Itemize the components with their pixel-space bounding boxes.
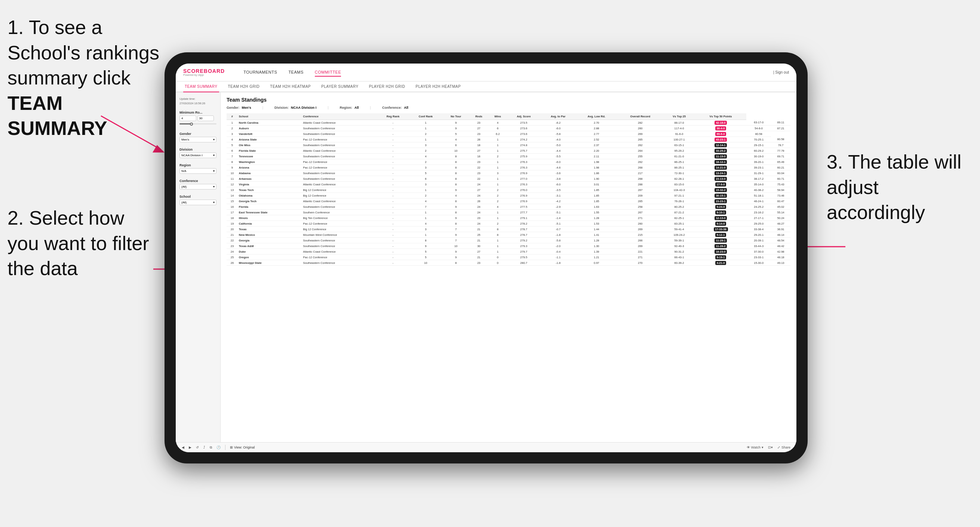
col-conference: Conference <box>302 113 377 120</box>
col-vs25: Vs Top 25 <box>663 113 695 120</box>
table-row: 25OregonPac-12 Conference-59210279.5-1.1… <box>227 254 791 260</box>
content-title: Team Standings <box>227 97 791 103</box>
col-adj-score: Adj. Score <box>507 113 541 120</box>
division-section: Division NCAA Division I ▾ <box>180 148 216 158</box>
sign-out-link[interactable]: | Sign out <box>773 70 789 75</box>
update-time-section: Update time: 27/03/2024 16:56:26 <box>180 97 216 105</box>
conference-select[interactable]: (All) ▾ <box>180 184 216 189</box>
toolbar-share-icon[interactable]: ⤴ <box>204 446 205 449</box>
table-row: 14OklahomaBig 12 Conference-24242276.9-3… <box>227 193 791 198</box>
main-content: Update time: 27/03/2024 16:56:26 Minimum… <box>176 92 796 442</box>
col-overall: Overall Record <box>617 113 663 120</box>
watch-button[interactable]: 👁 Watch ▾ <box>747 446 764 449</box>
nav-committee[interactable]: COMMITTEE <box>315 68 341 77</box>
share-button[interactable]: ⤢ Share <box>777 446 791 449</box>
table-row: 10AlabamaSoutheastern Conference-5823327… <box>227 170 791 176</box>
app-header: SCOREBOARD Powered by clippi TOURNAMENTS… <box>176 63 796 81</box>
update-time-label: Update time: 27/03/2024 16:56:26 <box>180 97 205 105</box>
school-select[interactable]: (All) ▾ <box>180 200 216 205</box>
tab-player-h2h-heatmap[interactable]: PLAYER H2H HEATMAP <box>414 81 463 92</box>
tab-player-summary[interactable]: PLAYER SUMMARY <box>320 81 360 92</box>
nav-teams[interactable]: TEAMS <box>288 68 303 77</box>
toolbar-clock[interactable]: 🕐 <box>216 446 221 449</box>
rank-to-input[interactable]: 30 <box>197 116 214 121</box>
col-reg-rank: Reg Rank <box>377 113 409 120</box>
table-row: 15Georgia TechAtlantic Coast Conference-… <box>227 198 791 204</box>
toolbar-clip[interactable]: ⊡▾ <box>768 446 773 449</box>
tablet-screen: SCOREBOARD Powered by clippi TOURNAMENTS… <box>176 63 796 452</box>
gender-section: Gender Men's ▾ <box>180 132 216 143</box>
col-no-tour: No Tour <box>443 113 469 120</box>
standings-table: # School Conference Reg Rank Conf Rank N… <box>227 113 791 266</box>
col-avg-par: Avg. to Par <box>541 113 576 120</box>
table-row: 11ArkansasSoutheastern Conference-682212… <box>227 176 791 182</box>
region-select[interactable]: N/A ▾ <box>180 168 216 174</box>
col-school: School <box>238 113 302 120</box>
rank-from-input[interactable]: 4 <box>180 116 196 121</box>
instruction-3: 3. The table will adjust accordingly <box>827 149 969 225</box>
conference-section: Conference (All) ▾ <box>180 179 216 189</box>
table-row: 2AuburnSoutheastern Conference-19276273.… <box>227 125 791 131</box>
col-vs50pts: Vs Top 50 Points <box>695 113 746 120</box>
svg-line-0 <box>101 116 161 149</box>
col-rank: # <box>227 113 238 120</box>
toolbar-forward[interactable]: ▶ <box>189 446 191 449</box>
table-row: 9ArizonaPac-12 Conference-38221276.3-4.6… <box>227 165 791 170</box>
tab-team-h2h-heatmap[interactable]: TEAM H2H HEATMAP <box>269 81 312 92</box>
table-row: 21New MexicoMountain West Conference-192… <box>227 232 791 238</box>
table-row: 22GeorgiaSoutheastern Conference-8721127… <box>227 238 791 243</box>
table-row: 24DukeAtlantic Coast Conference-59271279… <box>227 249 791 254</box>
instruction-2: 2. Select how you want to filter the dat… <box>8 206 150 281</box>
col-conf-rank: Conf Rank <box>409 113 442 120</box>
min-rank-section: Minimum Ro... 4 30 <box>180 111 216 127</box>
table-row: 4Arizona StatePac-12 Conference-14261274… <box>227 137 791 143</box>
division-select[interactable]: NCAA Division I ▾ <box>180 152 216 158</box>
logo-subtext: Powered by clippi <box>183 74 225 76</box>
toolbar-back[interactable]: ◀ <box>182 446 185 449</box>
tab-player-h2h-grid[interactable]: PLAYER H2H GRID <box>368 81 407 92</box>
table-row: 12VirginiaAtlantic Coast Conference-3824… <box>227 182 791 187</box>
bottom-toolbar: ◀ ▶ ↺ ⤴ ⧉ 🕐 ⊞ View: Original 👁 Watch ▾ ⊡… <box>176 442 796 452</box>
table-row: 13Texas TechBig 12 Conference-19272276.0… <box>227 187 791 193</box>
table-row: 23Texas A&MSoutheastern Conference-91030… <box>227 243 791 249</box>
table-row: 26Mississippi StateSoutheastern Conferen… <box>227 260 791 266</box>
table-row: 18IllinoisBig Ten Conference-19231279.1-… <box>227 215 791 221</box>
tablet-device: SCOREBOARD Powered by clippi TOURNAMENTS… <box>164 52 808 464</box>
table-row: 17East Tennessee StateSouthern Conferenc… <box>227 210 791 215</box>
toolbar-copy[interactable]: ⧉ <box>210 446 212 450</box>
arrow-1-icon <box>97 112 172 157</box>
logo-text: SCOREBOARD <box>183 68 225 74</box>
table-row: 7TennesseeSoutheastern Conference-481622… <box>227 154 791 159</box>
table-row: 3VanderbiltSoutheastern Conference-25236… <box>227 131 791 137</box>
table-row: 8WashingtonPac-12 Conference-28231276.3-… <box>227 159 791 165</box>
tab-team-summary[interactable]: TEAM SUMMARY <box>183 81 219 92</box>
view-original-btn[interactable]: ⊞ View: Original <box>230 446 255 449</box>
rank-slider[interactable] <box>180 123 216 124</box>
col-wins: Wins <box>488 113 507 120</box>
nav-tournaments[interactable]: TOURNAMENTS <box>243 68 277 77</box>
table-row: 5Ole MissSoutheastern Conference-3618127… <box>227 143 791 148</box>
table-row: 16FloridaSoutheastern Conference-7924427… <box>227 204 791 210</box>
toolbar-refresh[interactable]: ↺ <box>196 446 199 449</box>
region-section: Region N/A ▾ <box>180 163 216 174</box>
filter-sidebar: Update time: 27/03/2024 16:56:26 Minimum… <box>176 92 221 442</box>
gender-select[interactable]: Men's ▾ <box>180 137 216 143</box>
school-section: School (All) ▾ <box>180 195 216 205</box>
table-row: 20TexasBig 12 Conference-37218278.7-0.71… <box>227 227 791 232</box>
content-area: Team Standings Gender: Men's | Division:… <box>221 92 796 442</box>
col-avg-low: Avg. Low Rd. <box>576 113 617 120</box>
col-rnds: Rnds <box>469 113 488 120</box>
table-row: 1North CarolinaAtlantic Coast Conference… <box>227 120 791 125</box>
table-row: 19CaliforniaPac-12 Conference-48242278.2… <box>227 221 791 227</box>
filter-row: Gender: Men's | Division: NCAA Division … <box>227 106 791 110</box>
logo-area: SCOREBOARD Powered by clippi <box>183 68 225 76</box>
toolbar-separator <box>225 445 226 450</box>
tab-team-h2h-grid[interactable]: TEAM H2H GRID <box>227 81 261 92</box>
sub-nav: TEAM SUMMARY TEAM H2H GRID TEAM H2H HEAT… <box>176 81 796 92</box>
table-row: 6Florida StateAtlantic Coast Conference-… <box>227 148 791 154</box>
main-nav: TOURNAMENTS TEAMS COMMITTEE <box>243 68 341 77</box>
